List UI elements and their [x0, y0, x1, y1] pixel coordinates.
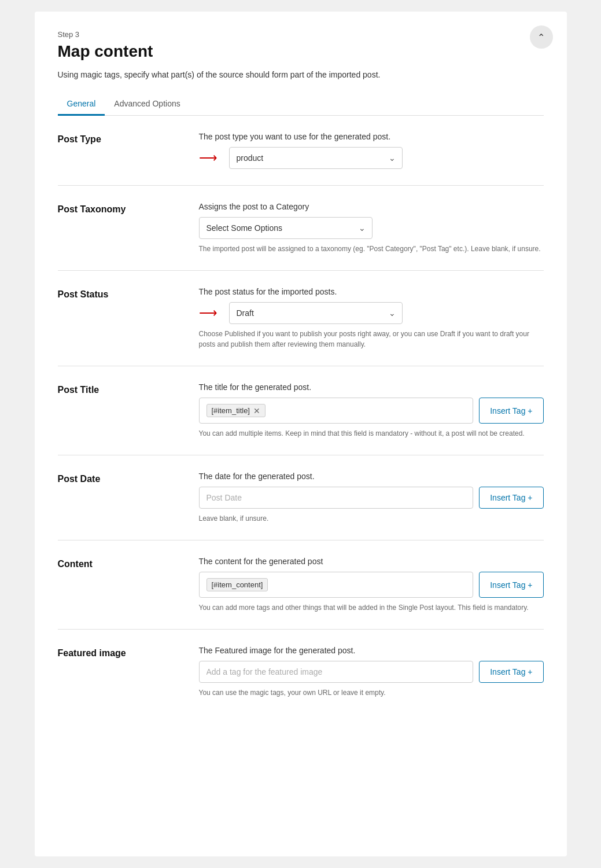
- section-post-title: Post Title The title for the generated p…: [58, 366, 544, 455]
- post-date-label: Post Date: [58, 472, 185, 484]
- post-status-arrow: ⟶: [199, 306, 217, 321]
- collapse-button[interactable]: ⌃: [530, 25, 553, 49]
- featured-image-label: Featured image: [58, 646, 185, 659]
- post-status-label: Post Status: [58, 287, 185, 300]
- post-status-content: The post status for the imported posts. …: [199, 287, 544, 350]
- featured-image-input[interactable]: [199, 661, 474, 683]
- post-type-select-wrapper: product post page ⌄: [229, 147, 403, 169]
- content-hint: You can add more tags and other things t…: [199, 602, 544, 613]
- post-type-label: Post Type: [58, 132, 185, 145]
- featured-image-hint: You can use the magic tags, your own URL…: [199, 687, 544, 698]
- tabs-container: General Advanced Options: [58, 93, 544, 116]
- featured-image-content: The Featured image for the generated pos…: [199, 646, 544, 698]
- content-label: Content: [58, 557, 185, 569]
- post-date-insert-tag-button[interactable]: Insert Tag +: [479, 487, 543, 509]
- post-title-input-row: [#item_title] ✕ Insert Tag +: [199, 398, 544, 424]
- section-post-date: Post Date The date for the generated pos…: [58, 455, 544, 540]
- tab-general[interactable]: General: [58, 93, 105, 116]
- content-tag-chip: [#item_content]: [207, 578, 268, 591]
- page-description: Using magic tags, specify what part(s) o…: [58, 70, 544, 79]
- post-title-hint: You can add multiple items. Keep in mind…: [199, 428, 544, 439]
- main-card: ⌃ Step 3 Map content Using magic tags, s…: [35, 12, 567, 856]
- post-taxonomy-label: Post Taxonomy: [58, 202, 185, 215]
- post-title-tag-chip: [#item_title] ✕: [207, 404, 266, 417]
- featured-image-input-row: Insert Tag +: [199, 661, 544, 683]
- post-type-arrow: ⟶: [199, 150, 217, 165]
- post-status-select-wrapper: Draft Published ⌄: [229, 302, 403, 324]
- post-type-select[interactable]: product post page: [229, 147, 403, 169]
- content-insert-tag-button[interactable]: Insert Tag +: [479, 572, 543, 598]
- page-title: Map content: [58, 42, 544, 61]
- post-date-hint: Leave blank, if unsure.: [199, 513, 544, 524]
- post-type-content: The post type you want to use for the ge…: [199, 132, 544, 169]
- content-description: The content for the generated post: [199, 557, 544, 566]
- post-title-tag-value: [#item_title]: [212, 406, 250, 415]
- post-date-input-row: Insert Tag +: [199, 487, 544, 509]
- content-input-row: [#item_content] Insert Tag +: [199, 572, 544, 598]
- section-post-type: Post Type The post type you want to use …: [58, 116, 544, 186]
- post-taxonomy-select[interactable]: Select Some Options: [199, 217, 373, 239]
- featured-image-insert-tag-button[interactable]: Insert Tag +: [479, 661, 543, 683]
- post-type-description: The post type you want to use for the ge…: [199, 132, 544, 141]
- content-tag-value: [#item_content]: [212, 580, 263, 589]
- post-title-insert-tag-button[interactable]: Insert Tag +: [479, 398, 543, 424]
- section-content: Content The content for the generated po…: [58, 540, 544, 630]
- post-taxonomy-select-wrapper: Select Some Options ⌄: [199, 217, 373, 239]
- post-taxonomy-description: Assigns the post to a Category: [199, 202, 544, 211]
- section-featured-image: Featured image The Featured image for th…: [58, 630, 544, 714]
- step-label: Step 3: [58, 30, 544, 39]
- post-title-description: The title for the generated post.: [199, 382, 544, 392]
- post-status-select[interactable]: Draft Published: [229, 302, 403, 324]
- post-status-hint: Choose Published if you want to publish …: [199, 329, 544, 350]
- post-title-input[interactable]: [#item_title] ✕: [199, 398, 474, 424]
- content-input[interactable]: [#item_content]: [199, 572, 474, 598]
- featured-image-description: The Featured image for the generated pos…: [199, 646, 544, 655]
- post-taxonomy-content: Assigns the post to a Category Select So…: [199, 202, 544, 254]
- post-date-description: The date for the generated post.: [199, 472, 544, 481]
- post-date-content: The date for the generated post. Insert …: [199, 472, 544, 524]
- content-section-content: The content for the generated post [#ite…: [199, 557, 544, 613]
- post-title-tag-remove[interactable]: ✕: [253, 407, 260, 415]
- post-status-description: The post status for the imported posts.: [199, 287, 544, 296]
- post-taxonomy-hint: The imported post will be assigned to a …: [199, 244, 544, 254]
- section-post-taxonomy: Post Taxonomy Assigns the post to a Cate…: [58, 186, 544, 271]
- tab-advanced-options[interactable]: Advanced Options: [105, 93, 189, 116]
- post-title-label: Post Title: [58, 382, 185, 395]
- post-date-input[interactable]: [199, 487, 474, 509]
- post-title-content: The title for the generated post. [#item…: [199, 382, 544, 439]
- section-post-status: Post Status The post status for the impo…: [58, 271, 544, 366]
